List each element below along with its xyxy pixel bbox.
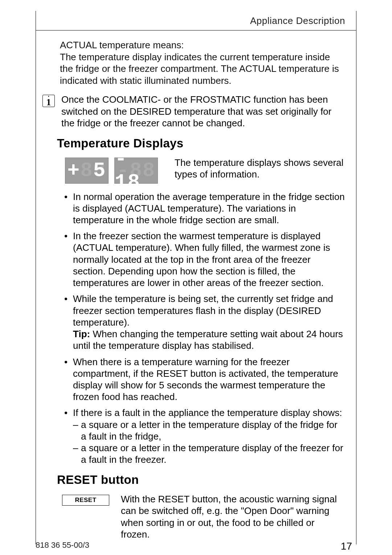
fault-sublist: a square or a letter in the temperature … <box>73 419 345 466</box>
sublist-item: a square or a letter in the temperature … <box>73 419 345 442</box>
page-header: Appliance Description <box>36 11 356 30</box>
tip-label: Tip: <box>73 328 90 339</box>
info-note-row: •1 Once the COOLMATIC- or the FROSTMATIC… <box>42 94 345 129</box>
section-label: Appliance Description <box>60 15 345 26</box>
page-content: ACTUAL temperature means: The temperatur… <box>36 30 356 544</box>
info-icon: •1 <box>42 95 55 107</box>
temperature-bullets: In normal operation the average temperat… <box>64 191 345 466</box>
bullet-item: When there is a temperature warning for … <box>64 356 345 403</box>
seven-segment-displays: +88 + 5 -88 - 18 <box>65 157 158 184</box>
info-icon-glyph: •1 <box>46 95 51 107</box>
bullet-text: While the temperature is being set, the … <box>73 293 333 327</box>
bullet-text: When there is a temperature warning for … <box>73 356 338 403</box>
bullet-item: In normal operation the average temperat… <box>64 191 345 226</box>
tip-text: When changing the temperature setting wa… <box>73 328 343 351</box>
temperature-displays-heading: Temperature Displays <box>57 136 345 150</box>
reset-para-1: With the RESET button, the acoustic warn… <box>121 493 345 540</box>
reset-button-label: RESET <box>75 497 96 504</box>
sublist-item: a square or a letter in the temperature … <box>73 442 345 465</box>
document-page: Appliance Description ACTUAL temperature… <box>36 11 356 544</box>
bullet-text: In the freezer section the warmest tempe… <box>73 230 330 288</box>
fridge-temp-display: +88 + 5 <box>65 158 109 184</box>
bullet-text: If there is a fault in the appliance the… <box>73 407 342 418</box>
reset-button-heading: RESET button <box>57 473 345 487</box>
page-footer: 818 36 55-00/3 17 <box>0 540 392 552</box>
temperature-display-intro: The temperature displays shows several t… <box>175 157 345 180</box>
reset-row: RESET With the RESET button, the acousti… <box>60 493 345 540</box>
info-note-text: Once the COOLMATIC- or the FROSTMATIC fu… <box>61 94 345 129</box>
temperature-display-block: +88 + 5 -88 - 18 The temperature display… <box>60 157 345 184</box>
actual-temp-paragraph: ACTUAL temperature means: The temperatur… <box>60 39 345 86</box>
bullet-item: If there is a fault in the appliance the… <box>64 407 345 465</box>
freezer-temp-display: -88 - 18 <box>114 158 158 184</box>
actual-temp-title: ACTUAL temperature means: <box>60 40 184 50</box>
bullet-text: In normal operation the average temperat… <box>73 191 345 225</box>
actual-temp-desc: The temperature display indicates the cu… <box>60 52 339 86</box>
page-number: 17 <box>341 540 352 552</box>
bullet-item: In the freezer section the warmest tempe… <box>64 230 345 289</box>
bullet-item: While the temperature is being set, the … <box>64 293 345 351</box>
document-number: 818 36 55-00/3 <box>36 540 89 552</box>
reset-button-graphic: RESET <box>62 495 109 506</box>
